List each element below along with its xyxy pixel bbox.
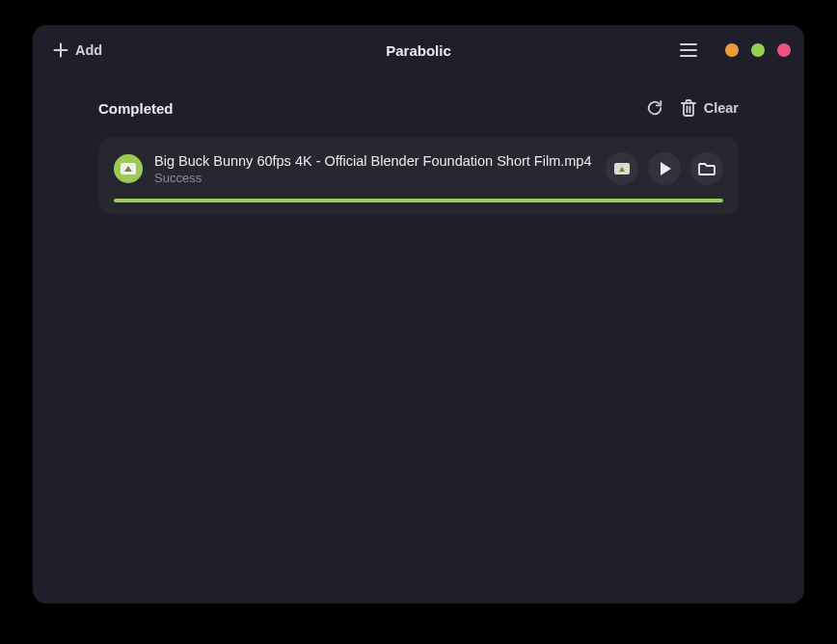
maximize-button[interactable]: [751, 43, 765, 57]
titlebar-right: [675, 37, 791, 64]
section-title: Completed: [98, 100, 174, 117]
add-button[interactable]: Add: [46, 38, 108, 63]
clear-button[interactable]: Clear: [681, 99, 739, 117]
close-button[interactable]: [777, 43, 791, 57]
view-log-button[interactable]: [606, 152, 638, 185]
app-title: Parabolic: [386, 42, 451, 59]
section-actions: Clear: [646, 99, 739, 117]
file-name: Big Buck Bunny 60fps 4K - Official Blend…: [154, 153, 594, 169]
progress-bar: [114, 199, 723, 202]
open-folder-button[interactable]: [690, 152, 723, 185]
file-thumbnail: [114, 154, 143, 183]
file-status: Success: [154, 171, 594, 185]
plus-icon: [52, 41, 69, 59]
clear-label: Clear: [704, 100, 739, 116]
download-card: Big Buck Bunny 60fps 4K - Official Blend…: [98, 137, 739, 214]
add-label: Add: [75, 42, 102, 58]
minimize-button[interactable]: [725, 43, 739, 57]
window-controls: [725, 43, 791, 57]
app-window: Add Parabolic Completed: [33, 25, 804, 604]
file-info: Big Buck Bunny 60fps 4K - Official Blend…: [154, 153, 594, 185]
menu-button[interactable]: [675, 37, 702, 64]
trash-icon: [681, 99, 696, 117]
content-area: Completed Clear: [33, 75, 804, 604]
log-icon: [614, 163, 630, 174]
card-row: Big Buck Bunny 60fps 4K - Official Blend…: [114, 152, 723, 185]
titlebar: Add Parabolic: [33, 25, 804, 75]
play-icon: [661, 162, 671, 175]
refresh-button[interactable]: [646, 99, 663, 117]
image-icon: [121, 163, 136, 174]
section-header: Completed Clear: [98, 87, 739, 129]
refresh-icon: [646, 99, 663, 117]
play-button[interactable]: [648, 152, 681, 185]
hamburger-icon: [680, 43, 697, 57]
folder-icon: [698, 161, 716, 176]
card-actions: [606, 152, 723, 185]
